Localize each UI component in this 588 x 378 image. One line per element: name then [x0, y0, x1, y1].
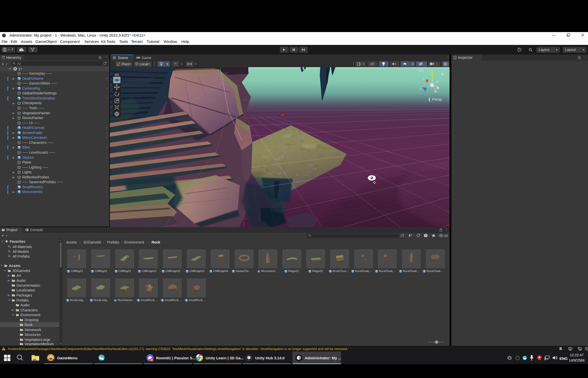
svg-text:y: y — [431, 69, 433, 73]
svg-text:x: x — [423, 77, 425, 81]
svg-text:❮ Persp: ❮ Persp — [428, 97, 442, 102]
svg-text:9+: 9+ — [151, 359, 153, 361]
svg-text:z: z — [420, 87, 422, 91]
